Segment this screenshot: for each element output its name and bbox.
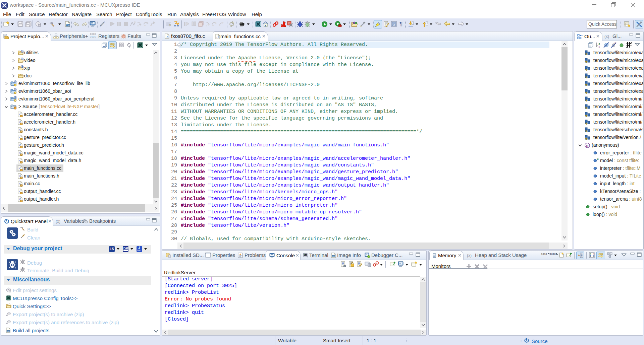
svg-text:z: z	[599, 45, 600, 48]
svg-text:N: N	[586, 144, 589, 147]
svg-text:a: a	[598, 42, 600, 45]
svg-text:010: 010	[7, 330, 10, 332]
svg-text:010: 010	[332, 256, 335, 257]
svg-text:.c: .c	[216, 36, 220, 39]
svg-text:♦: ♦	[8, 321, 9, 323]
svg-text:c: c	[15, 88, 16, 90]
svg-text:c: c	[15, 80, 16, 83]
svg-text:.c: .c	[165, 35, 169, 39]
svg-text:c: c	[21, 50, 23, 53]
svg-text:c: c	[21, 58, 23, 61]
svg-text:c: c	[21, 65, 23, 68]
svg-text:c: c	[15, 96, 16, 98]
svg-text:010: 010	[66, 24, 70, 26]
svg-text:♦: ♦	[8, 313, 9, 315]
